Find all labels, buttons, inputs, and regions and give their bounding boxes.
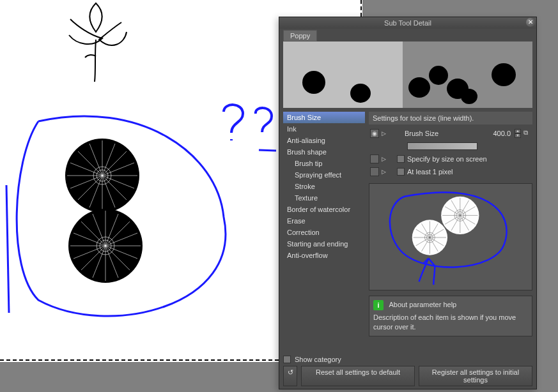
category-item[interactable]: Brush shape [283,146,365,158]
svg-point-0 [65,139,139,213]
category-item[interactable]: Erase [283,215,365,227]
category-item[interactable]: Stroke [283,181,365,192]
svg-point-1 [97,170,108,181]
category-item[interactable]: Starting and ending [283,238,365,250]
specify-checkbox[interactable] [397,155,405,163]
category-item[interactable]: Correction [283,227,365,238]
category-item[interactable]: Anti-overflow [283,250,365,261]
subtool-detail-panel: Sub Tool Detail ✕ Poppy Brush SizeInkAnt… [279,17,537,389]
brush-size-value[interactable] [480,128,512,139]
eye-toggle-icon[interactable] [370,167,379,176]
category-item[interactable]: Brush tip [283,158,365,169]
eye-toggle-icon[interactable]: ◉ [370,129,379,138]
svg-point-3 [68,209,143,283]
controls: ◉ ▷ Brush Size ▲ ▼ ⧉ [369,127,532,178]
help-body: Description of each item is shown if you… [373,313,528,332]
close-icon[interactable]: ✕ [526,18,535,27]
brush-size-slider[interactable] [407,142,477,150]
specify-label: Specify by size on screen [407,155,487,163]
expand-icon[interactable]: ▷ [382,167,388,176]
brush-sample-preview [369,183,532,290]
eye-toggle-icon[interactable] [370,155,379,163]
expand-icon[interactable]: ▷ [382,129,388,138]
category-item[interactable]: Ink [283,123,365,135]
help-box: i About parameter help Description of ea… [369,296,532,336]
category-list: Brush SizeInkAnti-aliasingBrush shapeBru… [283,112,365,361]
category-item[interactable]: Brush Size [283,112,365,123]
brush-name-tab[interactable]: Poppy [283,30,317,41]
stepper-up-icon[interactable]: ▲ [515,129,521,133]
register-button[interactable]: Register all settings to initial setting… [419,366,532,386]
link-icon[interactable]: ⧉ [523,129,531,138]
expand-icon[interactable]: ▷ [382,155,388,163]
svg-point-5 [97,237,114,255]
panel-title: Sub Tool Detail [384,19,431,27]
brush-size-label: Brush Size [405,130,438,137]
help-title: About parameter help [389,301,456,308]
category-item[interactable]: Spraying effect [283,169,365,181]
category-item[interactable]: Border of watercolor [283,204,365,215]
settings-heading: Settings for tool size (line width). [369,112,532,124]
reset-button[interactable]: Reset all settings to default [301,366,415,386]
atleast-checkbox[interactable] [397,168,405,176]
svg-point-2 [93,167,111,185]
brush-stroke-preview [283,41,532,108]
revert-icon-button[interactable]: ↺ [283,366,297,386]
svg-point-4 [100,240,111,252]
info-icon: i [373,300,384,310]
atleast-label: At least 1 pixel [407,168,453,176]
panel-titlebar[interactable]: Sub Tool Detail ✕ [279,17,536,29]
category-item[interactable]: Texture [283,192,365,204]
stepper-down-icon[interactable]: ▼ [515,133,521,138]
category-item[interactable]: Anti-aliasing [283,135,365,146]
show-category-checkbox[interactable] [283,356,291,363]
show-category-label: Show category [295,356,341,363]
